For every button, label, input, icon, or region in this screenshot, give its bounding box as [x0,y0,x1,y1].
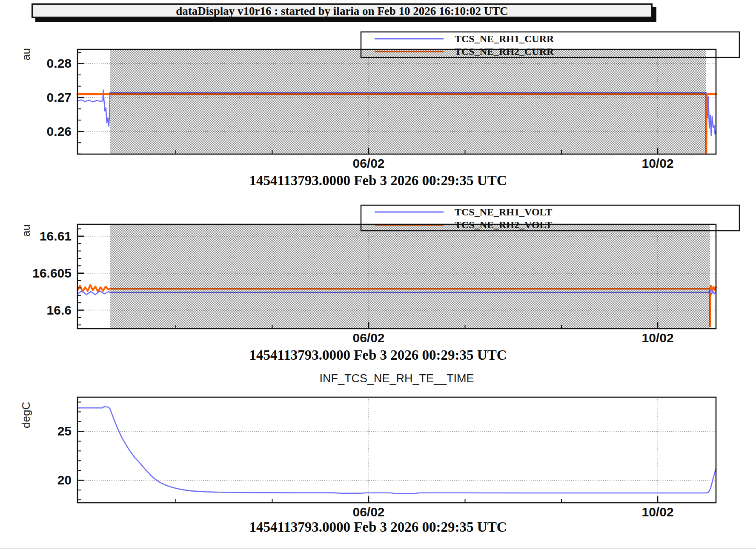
y-axis-title-current: au [20,48,33,60]
legend-label: TCS_NE_RH1_CURR [455,33,554,44]
plot-frame [77,397,716,503]
y-tick-label: 16.6 [47,303,72,317]
x-tick-label: 10/02 [642,505,674,519]
y-axis-title-temperature: degC [20,402,33,428]
window-title-text: dataDisplay v10r16 : started by ilaria o… [176,5,508,17]
timestamp-voltage: 1454113793.0000 Feb 3 2026 00:29:35 UTC [0,347,756,363]
hatch-region [110,49,706,154]
y-tick-label: 0.27 [47,90,72,104]
y-tick-label: 20 [57,473,72,487]
y-axis-title-voltage: au [20,224,33,237]
x-tick-label: 06/02 [352,331,384,345]
window-bottom-border [0,548,756,549]
x-tick-label: 06/02 [352,505,384,519]
title-bar: dataDisplay v10r16 : started by ilaria o… [32,3,653,18]
data-display-window: dataDisplay v10r16 : started by ilaria o… [0,0,756,550]
timestamp-temperature: 1454113793.0000 Feb 3 2026 00:29:35 UTC [0,519,756,535]
chart-region-voltage: TCS_NE_RH1_VOLTTCS_NE_RH2_VOLT16.616.605… [0,194,756,367]
y-tick-label: 16.605 [32,266,72,280]
x-tick-label: 10/02 [642,331,674,345]
x-tick-label: 06/02 [352,156,384,170]
y-tick-label: 0.26 [47,124,72,138]
y-tick-label: 25 [57,424,72,438]
y-tick-label: 0.28 [47,56,72,70]
chart-region-current: TCS_NE_RH1_CURRTCS_NE_RH2_CURR0.260.270.… [0,19,756,194]
timestamp-current: 1454113793.0000 Feb 3 2026 00:29:35 UTC [0,173,756,189]
chart-canvas-0: TCS_NE_RH1_CURRTCS_NE_RH2_CURR0.260.270.… [0,19,756,194]
y-tick-label: 16.61 [40,229,72,243]
hatch-region [110,224,710,329]
x-tick-label: 10/02 [642,156,674,170]
chart-canvas-1: TCS_NE_RH1_VOLTTCS_NE_RH2_VOLT16.616.605… [0,194,756,367]
legend-label: TCS_NE_RH1_VOLT [455,206,552,218]
